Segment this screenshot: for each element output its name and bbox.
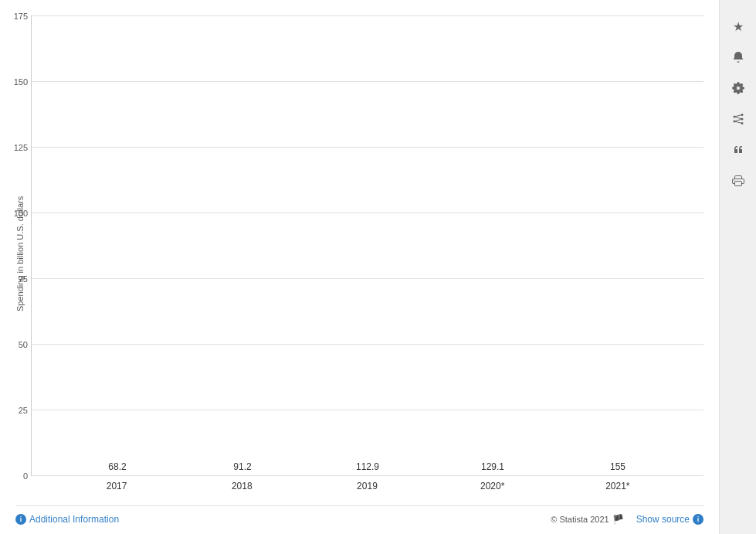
bar-group: 112.9 xyxy=(329,461,406,475)
statista-credit: © Statista 2021 🏴 xyxy=(551,514,623,525)
bar-value-label: 155 xyxy=(610,461,625,472)
bar-value-label: 112.9 xyxy=(356,461,379,472)
bar-group: 129.1 xyxy=(454,461,531,475)
show-source-link[interactable]: Show source i xyxy=(636,514,703,525)
y-tick-label: 75 xyxy=(19,274,28,284)
y-tick-label: 150 xyxy=(14,77,28,87)
x-axis-label: 2018 xyxy=(203,481,280,491)
bar-value-label: 91.2 xyxy=(233,461,251,472)
bar-value-label: 129.1 xyxy=(481,461,504,472)
x-axis-label: 2020* xyxy=(454,481,531,491)
bar-group: 68.2 xyxy=(79,461,156,475)
x-axis-label: 2017 xyxy=(78,481,155,491)
show-source-label: Show source xyxy=(636,514,690,525)
y-tick-label: 175 xyxy=(14,12,28,21)
x-axis-label: 2019 xyxy=(328,481,405,491)
grid-line: 0 xyxy=(32,475,703,476)
statista-credit-text: © Statista 2021 xyxy=(551,515,609,524)
x-axis-label: 2021* xyxy=(579,481,656,491)
source-info-icon: i xyxy=(693,514,703,525)
chart-wrapper: Spending in billion U.S. dollars 1751501… xyxy=(15,15,703,491)
y-tick-label: 125 xyxy=(14,143,28,152)
bell-button[interactable] xyxy=(724,43,752,71)
additional-info-link[interactable]: i Additional Information xyxy=(15,514,119,525)
x-axis-labels: 2017201820192020*2021* xyxy=(31,476,703,491)
y-tick-label: 25 xyxy=(19,406,28,415)
chart-inner: 1751501251007550250 68.291.2112.9129.115… xyxy=(31,15,703,491)
flag-icon: 🏴 xyxy=(612,514,624,525)
print-button[interactable] xyxy=(724,167,752,195)
chart-area: Spending in billion U.S. dollars 1751501… xyxy=(15,15,703,499)
grid-and-bars: 1751501251007550250 68.291.2112.9129.115… xyxy=(31,15,703,476)
star-button[interactable]: ★ xyxy=(724,12,752,40)
info-icon: i xyxy=(15,514,26,525)
sidebar: ★ xyxy=(719,0,756,534)
y-tick-label: 100 xyxy=(14,209,28,218)
quote-button[interactable] xyxy=(724,136,752,164)
footer: i Additional Information © Statista 2021… xyxy=(15,505,703,534)
y-axis-label: Spending in billion U.S. dollars xyxy=(15,15,25,491)
svg-line-7 xyxy=(734,119,742,121)
bar-value-label: 68.2 xyxy=(108,461,126,472)
y-tick-label: 0 xyxy=(23,471,28,481)
chart-container: Spending in billion U.S. dollars 1751501… xyxy=(0,0,719,534)
svg-line-6 xyxy=(734,117,742,119)
footer-right: © Statista 2021 🏴 Show source i xyxy=(551,514,703,525)
bars-container: 68.291.2112.9129.1155 xyxy=(32,15,703,475)
share-button[interactable] xyxy=(724,105,752,133)
bar-group: 155 xyxy=(579,461,656,475)
y-tick-label: 50 xyxy=(19,340,28,349)
bar-group: 91.2 xyxy=(204,461,281,475)
svg-line-5 xyxy=(734,115,742,117)
gear-button[interactable] xyxy=(724,74,752,102)
svg-line-8 xyxy=(734,121,742,124)
additional-info-label: Additional Information xyxy=(29,514,119,525)
